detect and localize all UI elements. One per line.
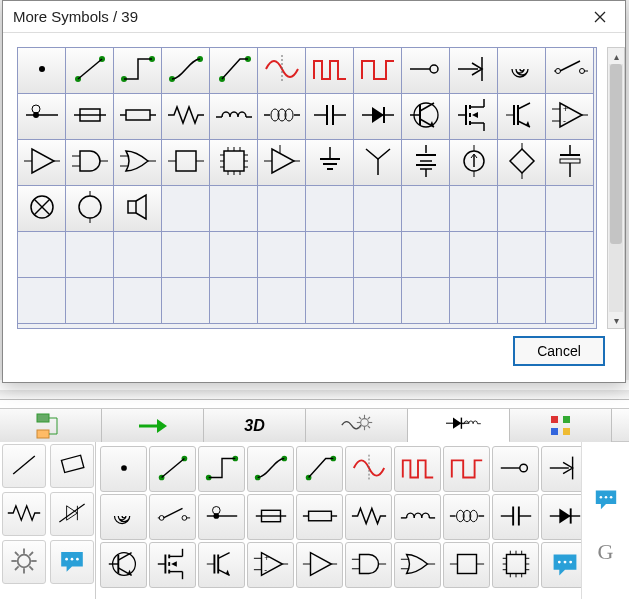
cancel-button[interactable]: Cancel	[513, 336, 605, 366]
symbol-rising-edge[interactable]	[210, 48, 258, 94]
and-gate-icon	[70, 141, 110, 184]
palette-or[interactable]	[394, 542, 441, 588]
symbol-diode[interactable]	[354, 94, 402, 140]
palette-step-up[interactable]	[198, 446, 245, 492]
scroll-down-icon[interactable]: ▾	[608, 312, 624, 328]
tool-rect[interactable]	[50, 444, 94, 488]
symbol-inductor-arcs[interactable]	[210, 94, 258, 140]
close-button[interactable]	[583, 4, 617, 30]
tool-chat[interactable]	[50, 540, 94, 584]
symbol-or-gate[interactable]	[114, 140, 162, 186]
palette-sq-narrow[interactable]	[394, 446, 441, 492]
palette-res-box[interactable]	[296, 494, 343, 540]
empty-cell	[498, 278, 546, 324]
scroll-thumb[interactable]	[610, 64, 622, 244]
palette-term-open[interactable]	[492, 446, 539, 492]
symbol-motor-circle[interactable]	[66, 186, 114, 232]
symbol-capacitor-polarized[interactable]	[546, 140, 594, 186]
palette-igbt[interactable]	[198, 542, 245, 588]
dialog-title: More Symbols / 39	[13, 8, 583, 25]
tool-resistor[interactable]	[2, 492, 46, 536]
symbol-capacitor[interactable]	[306, 94, 354, 140]
dialog-scrollbar[interactable]: ▴ ▾	[607, 47, 625, 329]
tab-3d[interactable]: 3D	[204, 409, 306, 443]
symbol-battery[interactable]	[402, 140, 450, 186]
palette-rising[interactable]	[296, 446, 343, 492]
palette-coil-loop[interactable]	[443, 494, 490, 540]
right-letter[interactable]: G	[598, 539, 614, 565]
step-up-pulse-icon	[118, 49, 158, 92]
tool-line[interactable]	[2, 444, 46, 488]
palette-dot[interactable]	[100, 446, 147, 492]
palette-buffer[interactable]	[296, 542, 343, 588]
palette-and[interactable]	[345, 542, 392, 588]
palette-conn-dot[interactable]	[198, 494, 245, 540]
symbol-square-wave-narrow[interactable]	[306, 48, 354, 94]
symbol-dot-point[interactable]	[18, 48, 66, 94]
scroll-up-icon[interactable]: ▴	[608, 48, 624, 64]
symbol-s-curve[interactable]	[162, 48, 210, 94]
symbol-lamp-x-circle[interactable]	[18, 186, 66, 232]
symbol-ic-chip[interactable]	[210, 140, 258, 186]
tool-gear[interactable]	[2, 540, 46, 584]
symbol-amplifier-triangle[interactable]	[258, 140, 306, 186]
symbol-line-segment[interactable]	[66, 48, 114, 94]
symbol-transistor-bjt[interactable]	[402, 94, 450, 140]
symbol-current-source[interactable]	[450, 140, 498, 186]
palette-bjt[interactable]	[100, 542, 147, 588]
palette-diode[interactable]	[541, 494, 581, 540]
palette-line-seg[interactable]	[149, 446, 196, 492]
symbol-antenna[interactable]	[354, 140, 402, 186]
symbol-and-gate[interactable]	[66, 140, 114, 186]
chat-icon	[546, 545, 582, 586]
inductor-loops-icon	[262, 95, 302, 138]
palette-block[interactable]	[443, 542, 490, 588]
symbol-fuse[interactable]	[66, 94, 114, 140]
symbol-resistor-box[interactable]	[114, 94, 162, 140]
palette-sq-wide[interactable]	[443, 446, 490, 492]
empty-cell	[402, 278, 450, 324]
symbol-square-wave-wide[interactable]	[354, 48, 402, 94]
palette-fuse[interactable]	[247, 494, 294, 540]
palette-res-zig[interactable]	[345, 494, 392, 540]
symbol-dependent-source[interactable]	[498, 140, 546, 186]
palette-ic[interactable]	[492, 542, 539, 588]
symbol-arrow-into-node[interactable]	[450, 48, 498, 94]
symbol-connector-dot-line[interactable]	[18, 94, 66, 140]
symbol-terminal-open[interactable]	[402, 48, 450, 94]
tab-gear[interactable]	[306, 409, 408, 443]
right-chat[interactable]	[589, 482, 623, 519]
symbol-igbt[interactable]	[498, 94, 546, 140]
palette-sine[interactable]	[345, 446, 392, 492]
symbol-inductor-loops[interactable]	[258, 94, 306, 140]
symbol-spiral[interactable]	[498, 48, 546, 94]
tab-apps[interactable]	[510, 409, 612, 443]
empty-cell	[210, 232, 258, 278]
symbol-switch-open[interactable]	[546, 48, 594, 94]
tab-arrow[interactable]	[102, 409, 204, 443]
palette-opamp[interactable]	[247, 542, 294, 588]
tool-diode-slash[interactable]	[50, 492, 94, 536]
palette-spiral[interactable]	[100, 494, 147, 540]
symbol-mosfet[interactable]	[450, 94, 498, 140]
palette-arrow-node[interactable]	[541, 446, 581, 492]
symbol-sine-wave[interactable]	[258, 48, 306, 94]
symbol-op-amp[interactable]	[546, 94, 594, 140]
empty-cell	[450, 186, 498, 232]
tab-circuit[interactable]	[408, 409, 510, 443]
symbol-resistor-zigzag[interactable]	[162, 94, 210, 140]
palette-s-curve[interactable]	[247, 446, 294, 492]
symbol-buffer-gate[interactable]	[18, 140, 66, 186]
palette-chat[interactable]	[541, 542, 581, 588]
symbol-step-up-pulse[interactable]	[114, 48, 162, 94]
spiral-icon	[502, 49, 542, 92]
symbol-block-box[interactable]	[162, 140, 210, 186]
palette-coil-arc[interactable]	[394, 494, 441, 540]
palette-cap[interactable]	[492, 494, 539, 540]
symbol-ground[interactable]	[306, 140, 354, 186]
symbol-speaker[interactable]	[114, 186, 162, 232]
palette-switch-open[interactable]	[149, 494, 196, 540]
palette-mosfet[interactable]	[149, 542, 196, 588]
tab-tree[interactable]	[0, 409, 102, 443]
dot-icon	[105, 449, 143, 490]
